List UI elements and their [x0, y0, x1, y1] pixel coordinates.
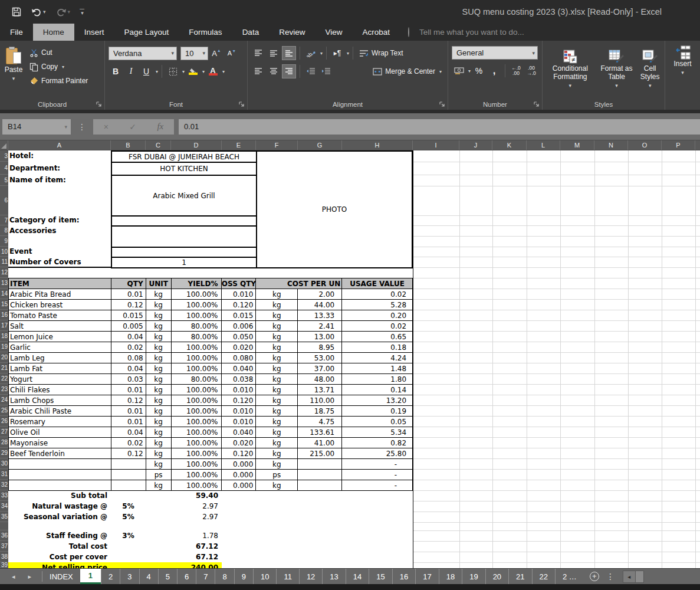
menu-tab-insert[interactable]: Insert: [74, 24, 114, 41]
cell-cost[interactable]: 2.00: [298, 289, 342, 299]
table-header-cell[interactable]: USAGE VALUE: [342, 278, 413, 289]
cell-cost-unit[interactable]: ps: [256, 470, 298, 480]
cell-gross-qty[interactable]: 0.015: [222, 310, 256, 320]
font-color-dropdown[interactable]: ▾: [222, 69, 225, 74]
cell-item[interactable]: Chicken breast: [9, 300, 111, 310]
cell-unit[interactable]: kg: [146, 480, 172, 490]
row-header-39[interactable]: 39: [0, 562, 8, 568]
sheet-tab-19[interactable]: 19: [462, 569, 485, 584]
row-header-7[interactable]: 7: [0, 215, 8, 225]
cell-unit[interactable]: kg: [146, 417, 172, 427]
cell-item[interactable]: Mayonaise: [9, 438, 111, 448]
column-header-C[interactable]: C: [146, 140, 171, 150]
sheet-tab-3[interactable]: 3: [120, 569, 139, 584]
menu-tab-file[interactable]: File: [0, 24, 33, 41]
confirm-entry-button[interactable]: ✓: [129, 122, 136, 132]
cell-qty[interactable]: 0.04: [111, 427, 146, 437]
cell-unit[interactable]: kg: [146, 385, 172, 395]
cell-item[interactable]: [9, 480, 111, 490]
row-header-3[interactable]: 3: [0, 150, 8, 162]
row-header-37[interactable]: 37: [0, 541, 8, 552]
photo-placeholder-cell[interactable]: PHOTO: [256, 150, 413, 268]
cell-qty[interactable]: 0.03: [111, 374, 146, 384]
cell-item[interactable]: Arabic Pita Bread: [9, 289, 111, 299]
cell-cost[interactable]: 133.61: [298, 427, 342, 437]
sheet-tab-2[interactable]: 2: [101, 569, 120, 584]
table-header-cell[interactable]: ITEM: [9, 278, 111, 289]
hotel-value-cell[interactable]: FSR DUBAI @ JUMEIRAH BEACH: [111, 150, 257, 163]
cell-cost[interactable]: 37.00: [298, 363, 342, 373]
row-header-22[interactable]: 22: [0, 373, 8, 384]
menu-tab-acrobat[interactable]: Acrobat: [352, 24, 400, 41]
cell-item[interactable]: Lamb Fat: [9, 363, 111, 373]
sheet-tab-14[interactable]: 14: [346, 569, 369, 584]
row-header-8[interactable]: 8: [0, 225, 8, 236]
cell-unit[interactable]: kg: [146, 395, 172, 405]
sheet-tab-17[interactable]: 17: [415, 569, 438, 584]
row-header-13[interactable]: 13: [0, 278, 8, 289]
cell-unit[interactable]: kg: [146, 332, 172, 342]
cell-cost[interactable]: 8.95: [298, 342, 342, 352]
cell-qty[interactable]: 0.04: [111, 332, 146, 342]
font-color-button[interactable]: A: [206, 64, 220, 78]
table-header-cell[interactable]: UNIT: [146, 278, 172, 289]
cell-cost-unit[interactable]: kg: [256, 448, 298, 458]
formula-input[interactable]: 0.01: [179, 119, 700, 135]
cell-usage-value[interactable]: 13.20: [342, 395, 413, 405]
cell-unit[interactable]: kg: [146, 374, 172, 384]
table-header-cell[interactable]: COST PER UN: [256, 278, 342, 289]
row-header-11[interactable]: 11: [0, 257, 8, 267]
cell-item[interactable]: Lemon Juice: [9, 332, 111, 342]
font-name-select[interactable]: Verdana▾: [109, 47, 177, 60]
column-header-B[interactable]: B: [111, 140, 146, 150]
sheet-tab-5[interactable]: 5: [158, 569, 177, 584]
align-left-button[interactable]: [251, 64, 265, 78]
sheet-tab-INDEX[interactable]: INDEX: [42, 569, 80, 584]
sheet-tab-4[interactable]: 4: [139, 569, 158, 584]
cell-gross-qty[interactable]: 0.010: [222, 406, 256, 416]
covers-value-cell[interactable]: 1: [111, 257, 257, 268]
cell-cost[interactable]: 18.75: [298, 406, 342, 416]
column-header-H[interactable]: H: [342, 140, 413, 150]
cell-cost[interactable]: [298, 470, 342, 480]
decrease-font-button[interactable]: A▼: [225, 46, 239, 60]
column-header-M[interactable]: M: [560, 140, 594, 150]
borders-button[interactable]: [166, 64, 180, 78]
name-box-dropdown[interactable]: ▾: [64, 124, 67, 130]
cell-unit[interactable]: kg: [146, 459, 172, 469]
menu-tab-page-layout[interactable]: Page Layout: [114, 24, 179, 41]
clipboard-dialog-launcher[interactable]: [96, 101, 102, 107]
row-header-18[interactable]: 18: [0, 331, 8, 342]
column-header-I[interactable]: I: [413, 140, 459, 150]
percent-style-button[interactable]: %: [472, 64, 486, 78]
row-header-20[interactable]: 20: [0, 352, 8, 363]
cell-cost[interactable]: [298, 459, 342, 469]
column-header-K[interactable]: K: [492, 140, 527, 150]
row-header-21[interactable]: 21: [0, 363, 8, 373]
menu-tab-view[interactable]: View: [315, 24, 352, 41]
cell-qty[interactable]: 0.015: [111, 310, 146, 320]
cell-item[interactable]: Arabic Chili Paste: [9, 406, 111, 416]
cell-unit[interactable]: kg: [146, 438, 172, 448]
cell-unit[interactable]: kg: [146, 353, 172, 363]
cell-usage-value[interactable]: 5.34: [342, 427, 413, 437]
column-header-G[interactable]: G: [298, 140, 342, 150]
conditional-formatting-button[interactable]: ≠ Conditional Formatting ▾: [543, 44, 597, 99]
cell-item[interactable]: Yogurt: [9, 374, 111, 384]
top-align-button[interactable]: [251, 46, 265, 60]
copy-button[interactable]: Copy ▾: [27, 60, 90, 74]
cell-gross-qty[interactable]: 0.000: [222, 470, 256, 480]
cell-usage-value[interactable]: 25.80: [342, 448, 413, 458]
menu-tab-data[interactable]: Data: [232, 24, 270, 41]
cell-qty[interactable]: 0.01: [111, 289, 146, 299]
scrollbar-thumb[interactable]: [636, 571, 644, 583]
cell-yield[interactable]: 100.00%: [172, 470, 222, 480]
column-header-D[interactable]: D: [171, 140, 222, 150]
cell-cost-unit[interactable]: kg: [256, 459, 298, 469]
alignment-dialog-launcher[interactable]: [439, 101, 445, 107]
sheet-options-button[interactable]: ⋮: [599, 569, 622, 584]
cell-cost[interactable]: 41.00: [298, 438, 342, 448]
cell-item[interactable]: Rosemary: [9, 417, 111, 427]
decrease-decimal-button[interactable]: .00→.0: [524, 64, 538, 78]
cell-gross-qty[interactable]: 0.120: [222, 448, 256, 458]
